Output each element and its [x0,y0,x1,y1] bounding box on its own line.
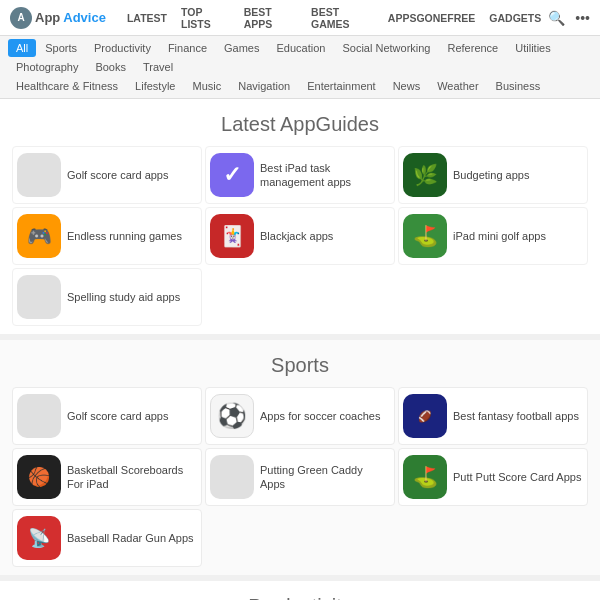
nav-appsgonefree[interactable]: APPSGONEFREE [381,4,483,32]
section-sports-title: Sports [12,354,588,377]
cat-sports[interactable]: Sports [37,39,85,57]
list-item[interactable]: 🏈 Best fantasy football apps [398,387,588,445]
main-content: Latest AppGuides Golf score card apps ✓ … [0,99,600,600]
app-label: iPad mini golf apps [453,229,546,243]
app-icon-placeholder [210,455,254,499]
cat-navigation[interactable]: Navigation [230,77,298,95]
category-bar: All Sports Productivity Finance Games Ed… [0,36,600,99]
nav-bestapps[interactable]: BEST APPS [237,0,304,38]
logo-icon: A [10,7,32,29]
cat-row-2: Healthcare & Fitness Lifestyle Music Nav… [8,77,592,95]
app-label: Budgeting apps [453,168,529,182]
cat-education[interactable]: Education [269,39,334,57]
app-label: Spelling study aid apps [67,290,180,304]
cat-games[interactable]: Games [216,39,267,57]
app-icon-placeholder [17,275,61,319]
cat-music[interactable]: Music [184,77,229,95]
app-label: Golf score card apps [67,409,169,423]
cards-icon: 🃏 [210,214,254,258]
app-label: Golf score card apps [67,168,169,182]
search-icon[interactable]: 🔍 [548,10,565,26]
app-label: Best iPad task management apps [260,161,390,190]
cat-row-1: All Sports Productivity Finance Games Ed… [8,39,592,76]
section-productivity: Productivity ✓ Best iPad task management… [0,581,600,600]
cat-books[interactable]: Books [87,58,134,76]
app-label: Putting Green Caddy Apps [260,463,390,492]
radar-icon: 📡 [17,516,61,560]
app-label: Best fantasy football apps [453,409,579,423]
nav-icons-area: 🔍 ••• [548,10,590,26]
soccer-icon: ⚽ [210,394,254,438]
golf-icon: ⛳ [403,214,447,258]
cat-utilities[interactable]: Utilities [507,39,558,57]
logo[interactable]: A AppAdvice [10,7,106,29]
cat-travel[interactable]: Travel [135,58,181,76]
more-icon[interactable]: ••• [575,10,590,26]
cat-news[interactable]: News [385,77,429,95]
puttputt-icon: ⛳ [403,455,447,499]
list-item[interactable]: ⛳ Putt Putt Score Card Apps [398,448,588,506]
nav-bestgames[interactable]: BEST GAMES [304,0,381,38]
leaf-icon: 🌿 [403,153,447,197]
cat-healthcare[interactable]: Healthcare & Fitness [8,77,126,95]
list-item[interactable]: 🌿 Budgeting apps [398,146,588,204]
cat-business[interactable]: Business [488,77,549,95]
section-latest-title: Latest AppGuides [12,113,588,136]
list-item[interactable]: ✓ Best iPad task management apps [205,146,395,204]
sports-grid: Golf score card apps ⚽ Apps for soccer c… [12,387,588,567]
list-item[interactable]: 🎮 Endless running games [12,207,202,265]
cat-entertainment[interactable]: Entertainment [299,77,383,95]
app-icon-placeholder [17,394,61,438]
app-label: Endless running games [67,229,182,243]
football-icon: 🏈 [403,394,447,438]
list-item[interactable]: 🏀 Basketball Scoreboards For iPad [12,448,202,506]
section-sports: Sports Golf score card apps ⚽ Apps for s… [0,340,600,575]
list-item[interactable]: Golf score card apps [12,387,202,445]
nav-toplists[interactable]: TOP LISTS [174,0,237,38]
app-label: Putt Putt Score Card Apps [453,470,581,484]
cat-finance[interactable]: Finance [160,39,215,57]
logo-advice: Advice [63,10,106,25]
list-item[interactable]: Spelling study aid apps [12,268,202,326]
section-latest: Latest AppGuides Golf score card apps ✓ … [0,99,600,334]
cat-photography[interactable]: Photography [8,58,86,76]
list-item[interactable]: Golf score card apps [12,146,202,204]
cat-socialnetworking[interactable]: Social Networking [334,39,438,57]
app-label: Apps for soccer coaches [260,409,380,423]
basketball-icon: 🏀 [17,455,61,499]
cat-productivity[interactable]: Productivity [86,39,159,57]
nav-gadgets[interactable]: GADGETS [482,4,548,32]
app-label: Basketball Scoreboards For iPad [67,463,197,492]
nav-latest[interactable]: LATEST [120,4,174,32]
app-label: Blackjack apps [260,229,333,243]
list-item[interactable]: 🃏 Blackjack apps [205,207,395,265]
app-icon-placeholder [17,153,61,197]
list-item[interactable]: ⛳ iPad mini golf apps [398,207,588,265]
logo-app: App [35,10,60,25]
cat-all[interactable]: All [8,39,36,57]
check-icon: ✓ [210,153,254,197]
game-icon: 🎮 [17,214,61,258]
list-item[interactable]: Putting Green Caddy Apps [205,448,395,506]
top-nav: A AppAdvice LATEST TOP LISTS BEST APPS B… [0,0,600,36]
cat-lifestyle[interactable]: Lifestyle [127,77,183,95]
list-item[interactable]: ⚽ Apps for soccer coaches [205,387,395,445]
cat-weather[interactable]: Weather [429,77,486,95]
list-item[interactable]: 📡 Baseball Radar Gun Apps [12,509,202,567]
app-label: Baseball Radar Gun Apps [67,531,194,545]
cat-reference[interactable]: Reference [439,39,506,57]
nav-items: LATEST TOP LISTS BEST APPS BEST GAMES AP… [120,0,548,38]
section-productivity-title: Productivity [12,595,588,600]
latest-grid: Golf score card apps ✓ Best iPad task ma… [12,146,588,326]
